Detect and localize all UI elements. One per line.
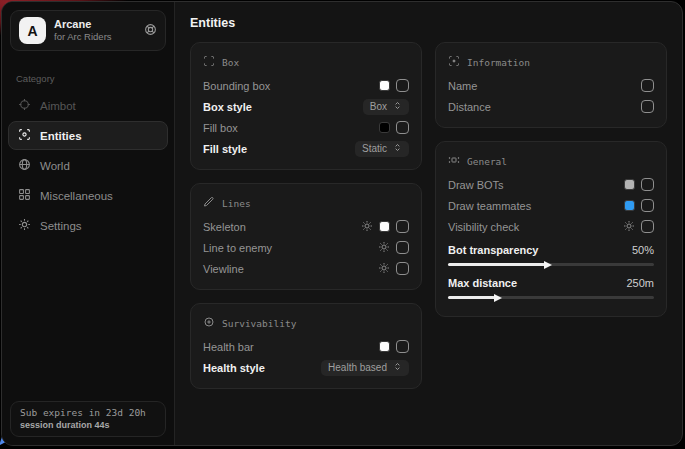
section-box: Box Bounding box Box style Box [190, 42, 422, 170]
information-scan-icon [448, 55, 460, 69]
checkbox[interactable] [641, 100, 654, 113]
max-distance-slider: Max distance 250m [448, 273, 654, 299]
sidebar-item-settings[interactable]: Settings [8, 211, 168, 240]
checkbox[interactable] [641, 79, 654, 92]
row-skeleton: Skeleton [203, 216, 409, 237]
color-swatch[interactable] [379, 122, 390, 133]
row-bounding-box: Bounding box [203, 75, 409, 96]
color-swatch[interactable] [379, 80, 390, 91]
setting-label: Fill style [203, 143, 247, 155]
subscription-card: Sub expires in 23d 20h session duration … [10, 401, 166, 437]
pencil-line-icon [203, 196, 215, 210]
box-style-dropdown[interactable]: Box [363, 99, 409, 115]
box-scan-icon [203, 55, 215, 69]
slider-track[interactable] [448, 296, 654, 299]
row-name: Name [448, 75, 654, 96]
slider-value: 250m [626, 277, 654, 289]
scan-eye-icon [18, 128, 31, 143]
setting-label: Line to enemy [203, 242, 272, 254]
checkbox[interactable] [396, 340, 409, 353]
app-logo: A [19, 17, 46, 44]
general-grid-icon [448, 154, 460, 168]
color-swatch[interactable] [624, 200, 635, 211]
gear-icon[interactable] [378, 260, 390, 278]
color-swatch[interactable] [379, 341, 390, 352]
slider-track[interactable] [448, 263, 654, 266]
session-duration-text: session duration 44s [20, 420, 156, 430]
row-viewline: Viewline [203, 258, 409, 279]
chevrons-up-down-icon [393, 362, 402, 373]
dropdown-value: Box [370, 101, 387, 112]
category-label: Category [16, 73, 160, 84]
section-general: General Draw BOTs Draw teammates [435, 141, 667, 317]
page-title: Entities [190, 16, 667, 30]
globe-icon [18, 158, 31, 173]
section-title: General [467, 156, 507, 167]
chevrons-up-down-icon [393, 143, 402, 154]
app-card: A Arcane for Arc Riders [10, 10, 166, 51]
app-window: A Arcane for Arc Riders Category [1, 1, 683, 446]
checkbox[interactable] [396, 121, 409, 134]
setting-label: Health style [203, 362, 265, 374]
gear-icon[interactable] [378, 239, 390, 257]
color-swatch[interactable] [379, 221, 390, 232]
row-fill-style: Fill style Static [203, 138, 409, 159]
checkbox[interactable] [641, 220, 654, 233]
sidebar-item-miscellaneous[interactable]: Miscellaneous [8, 181, 168, 210]
section-information: Information Name Distance [435, 42, 667, 128]
sidebar-item-label: Entities [40, 130, 82, 142]
row-health-style: Health style Health based [203, 357, 409, 378]
sidebar-item-label: Aimbot [40, 100, 76, 112]
section-title: Survivability [222, 318, 296, 329]
row-fill-box: Fill box [203, 117, 409, 138]
fill-style-dropdown[interactable]: Static [355, 141, 409, 157]
section-title: Lines [222, 198, 251, 209]
section-title: Box [222, 57, 239, 68]
row-line-to-enemy: Line to enemy [203, 237, 409, 258]
lifebuoy-icon[interactable] [144, 22, 157, 40]
main-content: Entities Box Bo [175, 2, 682, 445]
row-health-bar: Health bar [203, 336, 409, 357]
color-swatch[interactable] [624, 179, 635, 190]
sidebar-item-label: Miscellaneous [40, 190, 113, 202]
sidebar-item-aimbot[interactable]: Aimbot [8, 91, 168, 120]
health-style-dropdown[interactable]: Health based [321, 360, 409, 376]
sidebar-item-entities[interactable]: Entities [8, 121, 168, 150]
setting-label: Bot transparency [448, 244, 538, 256]
setting-label: Draw BOTs [448, 179, 504, 191]
setting-label: Bounding box [203, 80, 270, 92]
setting-label: Max distance [448, 277, 517, 289]
checkbox[interactable] [641, 199, 654, 212]
sidebar: A Arcane for Arc Riders Category [2, 2, 175, 445]
gear-icon [18, 218, 31, 233]
setting-label: Viewline [203, 263, 244, 275]
sub-expiry-text: Sub expires in 23d 20h [20, 407, 156, 418]
survivability-icon [203, 316, 215, 330]
section-survivability: Survivability Health bar Health style He… [190, 303, 422, 389]
slider-value: 50% [632, 244, 654, 256]
checkbox[interactable] [396, 220, 409, 233]
crosshair-icon [18, 98, 31, 113]
row-visibility-check: Visibility check [448, 216, 654, 237]
section-lines: Lines Skeleton Line to enemy [190, 183, 422, 290]
checkbox[interactable] [641, 178, 654, 191]
checkbox[interactable] [396, 79, 409, 92]
row-draw-teammates: Draw teammates [448, 195, 654, 216]
slider-thumb[interactable] [494, 294, 502, 302]
gear-icon[interactable] [361, 218, 373, 236]
setting-label: Name [448, 80, 477, 92]
setting-label: Box style [203, 101, 252, 113]
section-title: Information [467, 57, 530, 68]
gear-icon[interactable] [623, 218, 635, 236]
setting-label: Visibility check [448, 221, 519, 233]
checkbox[interactable] [396, 241, 409, 254]
row-draw-bots: Draw BOTs [448, 174, 654, 195]
app-title: Arcane [54, 18, 136, 32]
dropdown-value: Static [362, 143, 387, 154]
sidebar-item-world[interactable]: World [8, 151, 168, 180]
checkbox[interactable] [396, 262, 409, 275]
sidebar-item-label: World [40, 160, 70, 172]
slider-thumb[interactable] [544, 261, 552, 269]
row-box-style: Box style Box [203, 96, 409, 117]
grid-icon [18, 188, 31, 203]
